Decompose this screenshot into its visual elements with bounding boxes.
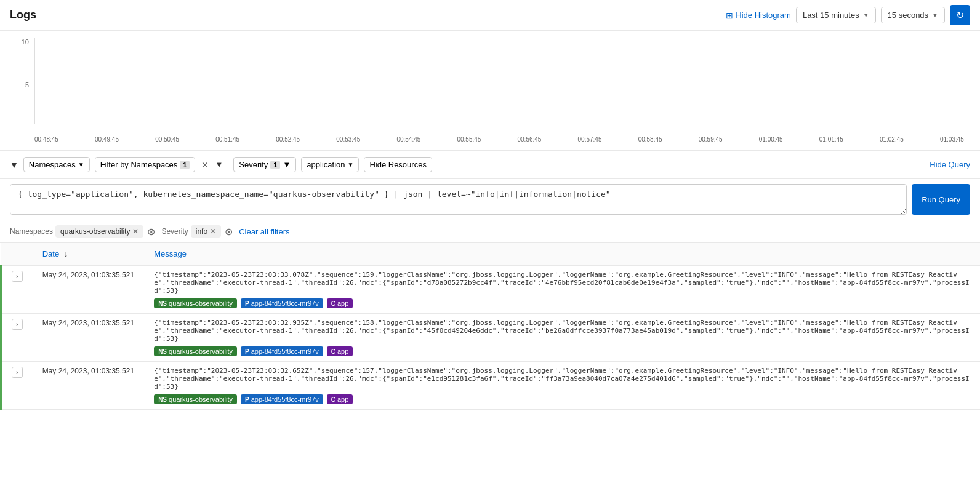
expand-column-header	[1, 243, 33, 265]
log-tags-1: NSquarkus-observability Papp-84fd55f8cc-…	[154, 346, 970, 356]
log-tags-2: NSquarkus-observability Papp-84fd55f8cc-…	[154, 394, 970, 404]
log-message-cell-2: {"timestamp":"2023-05-23T23:03:32.652Z",…	[144, 362, 980, 410]
x-label-11: 00:59:45	[699, 136, 723, 143]
date-column-header[interactable]: Date ↓	[33, 243, 144, 265]
tag-ns-2[interactable]: NSquarkus-observability	[154, 394, 237, 404]
header-controls: Hide Histogram Last 15 minutes ▼ 15 seco…	[726, 5, 970, 25]
severity-count-badge: 1	[270, 161, 280, 169]
tag-ns-0[interactable]: NSquarkus-observability	[154, 298, 237, 308]
log-date-2: May 24, 2023, 01:03:35.521	[33, 362, 144, 410]
namespaces-label: Namespaces	[29, 160, 76, 169]
filter-by-namespaces-button[interactable]: Filter by Namespaces 1	[95, 157, 196, 172]
log-date-0: May 24, 2023, 01:03:35.521	[33, 265, 144, 314]
query-input[interactable]	[10, 184, 907, 215]
x-axis: 00:48:45 00:49:45 00:50:45 00:51:45 00:5…	[34, 136, 964, 143]
tag-c-0[interactable]: Capp	[327, 298, 353, 308]
namespace-filter-label: Namespaces	[10, 227, 53, 236]
log-table: Date ↓ Message › May 24, 2023, 01:03:35.…	[0, 243, 980, 410]
row-expander-0[interactable]: ›	[1, 265, 33, 314]
filter-divider-1	[228, 159, 228, 171]
namespaces-remove-button[interactable]: ✕	[200, 160, 210, 170]
query-bar: Run Query	[0, 179, 980, 220]
x-label-9: 00:57:45	[578, 136, 602, 143]
log-message-cell-0: {"timestamp":"2023-05-23T23:03:33.078Z",…	[144, 265, 980, 314]
application-label: application	[307, 160, 345, 169]
refresh-interval-dropdown[interactable]: 15 seconds ▼	[881, 7, 945, 23]
severity-value-text: info	[196, 227, 207, 236]
y-label-10: 10	[22, 38, 29, 46]
x-label-2: 00:50:45	[155, 136, 179, 143]
severity-filter-remove-button[interactable]: ✕	[210, 227, 216, 236]
log-message-0: {"timestamp":"2023-05-23T23:03:33.078Z",…	[154, 271, 970, 295]
hide-resources-button[interactable]: Hide Resources	[364, 157, 432, 172]
namespace-filter-clear-button[interactable]: ⊗	[146, 226, 156, 238]
namespace-filter-group: Namespaces quarkus-observability ✕ ⊗	[10, 225, 156, 238]
application-filter-button[interactable]: application ▼	[301, 157, 359, 172]
severity-label: Severity	[239, 160, 268, 169]
namespace-value-text: quarkus-observability	[60, 227, 130, 236]
namespaces-count-badge: 1	[180, 161, 190, 169]
severity-caret-icon: ▼	[283, 160, 291, 169]
expand-button-0[interactable]: ›	[12, 271, 23, 282]
filter-bar: ▼ Namespaces ▼ Filter by Namespaces 1 ✕ …	[0, 151, 980, 179]
hide-query-button[interactable]: Hide Query	[930, 160, 970, 169]
namespace-filter-remove-button[interactable]: ✕	[132, 227, 139, 236]
chart-content	[34, 38, 964, 124]
chart-bars	[35, 38, 964, 124]
refresh-button[interactable]: ↻	[950, 5, 970, 25]
x-label-0: 00:48:45	[34, 136, 58, 143]
x-label-4: 00:52:45	[276, 136, 300, 143]
expand-button-1[interactable]: ›	[12, 319, 23, 330]
message-column-header: Message	[144, 243, 980, 265]
time-range-caret-icon: ▼	[863, 12, 869, 18]
x-label-1: 00:49:45	[95, 136, 119, 143]
active-filters-bar: Namespaces quarkus-observability ✕ ⊗ Sev…	[0, 220, 980, 243]
x-label-13: 01:01:45	[819, 136, 843, 143]
table-row[interactable]: › May 24, 2023, 01:03:35.521 {"timestamp…	[1, 265, 981, 314]
x-label-12: 01:00:45	[759, 136, 783, 143]
log-message-1: {"timestamp":"2023-05-23T23:03:32.935Z",…	[154, 319, 970, 343]
severity-filter-button[interactable]: Severity 1 ▼	[233, 157, 296, 172]
table-row[interactable]: › May 24, 2023, 01:03:35.521 {"timestamp…	[1, 362, 981, 410]
x-label-14: 01:02:45	[880, 136, 904, 143]
severity-filter-value: info ✕	[191, 225, 221, 238]
severity-filter-label: Severity	[161, 227, 188, 236]
filter-by-namespaces-label: Filter by Namespaces	[100, 160, 178, 169]
hide-histogram-button[interactable]: Hide Histogram	[726, 10, 791, 20]
namespaces-filter-dropdown[interactable]: Namespaces ▼	[23, 157, 90, 172]
x-label-6: 00:54:45	[396, 136, 420, 143]
tag-app-0[interactable]: Papp-84fd55f8cc-mr97v	[241, 298, 323, 308]
log-date-1: May 24, 2023, 01:03:35.521	[33, 314, 144, 362]
tag-c-1[interactable]: Capp	[327, 346, 353, 356]
row-expander-1[interactable]: ›	[1, 314, 33, 362]
message-column-label: Message	[154, 249, 187, 258]
x-label-15: 01:03:45	[940, 136, 964, 143]
row-expander-2[interactable]: ›	[1, 362, 33, 410]
x-label-3: 00:51:45	[215, 136, 239, 143]
y-axis: 10 5	[10, 38, 31, 124]
x-label-5: 00:53:45	[336, 136, 360, 143]
page-title: Logs	[10, 9, 718, 22]
tag-ns-1[interactable]: NSquarkus-observability	[154, 346, 237, 356]
y-label-5: 5	[25, 81, 29, 89]
filter-icon: ▼	[10, 160, 18, 170]
run-query-button[interactable]: Run Query	[912, 184, 970, 215]
refresh-interval-label: 15 seconds	[888, 10, 929, 20]
time-range-dropdown[interactable]: Last 15 minutes ▼	[796, 7, 876, 23]
tag-app-1[interactable]: Papp-84fd55f8cc-mr97v	[241, 346, 323, 356]
tag-c-2[interactable]: Capp	[327, 394, 353, 404]
expand-button-2[interactable]: ›	[12, 367, 23, 378]
sort-icon: ↓	[64, 249, 68, 258]
hide-resources-label: Hide Resources	[369, 160, 427, 169]
severity-filter-group: Severity info ✕ ⊗	[161, 225, 234, 238]
clear-all-filters-button[interactable]: Clear all filters	[239, 227, 289, 236]
namespaces-filter-caret-icon: ▼	[215, 160, 223, 169]
refresh-interval-caret-icon: ▼	[932, 12, 938, 18]
page-header: Logs Hide Histogram Last 15 minutes ▼ 15…	[0, 0, 980, 31]
table-row[interactable]: › May 24, 2023, 01:03:35.521 {"timestamp…	[1, 314, 981, 362]
log-message-2: {"timestamp":"2023-05-23T23:03:32.652Z",…	[154, 367, 970, 391]
tag-app-2[interactable]: Papp-84fd55f8cc-mr97v	[241, 394, 323, 404]
severity-filter-clear-button[interactable]: ⊗	[223, 226, 234, 238]
application-caret-icon: ▼	[347, 161, 353, 168]
chart-area: 10 5	[10, 38, 970, 143]
